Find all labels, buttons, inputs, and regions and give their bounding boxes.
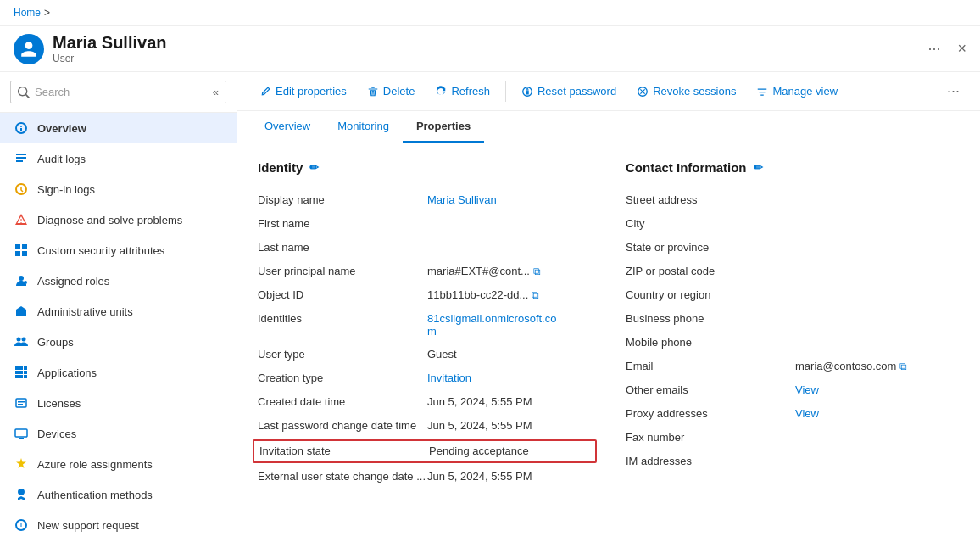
identity-section: Identity ✏ Display name Maria Sullivan F… (258, 160, 592, 542)
header-more-button[interactable]: ··· (927, 40, 940, 58)
assigned-roles-icon (14, 273, 29, 288)
identity-section-title: Identity ✏ (258, 160, 592, 175)
sidebar-item-groups[interactable]: Groups (0, 327, 237, 357)
sidebar-label-assigned-roles: Assigned roles (37, 275, 109, 288)
avatar (14, 34, 44, 64)
page-header: Maria Sullivan User ··· × (0, 26, 980, 72)
sidebar-label-signin-logs: Sign-in logs (37, 183, 95, 196)
email-copy-icon[interactable]: ⧉ (899, 361, 907, 372)
sidebar-item-devices[interactable]: Devices (0, 418, 237, 449)
sidebar-label-custom-security: Custom security attributes (37, 244, 164, 257)
main-layout: « Overview Audit logs (0, 72, 980, 559)
support-icon (14, 517, 29, 533)
sidebar-item-azure-roles[interactable]: Azure role assignments (0, 449, 237, 479)
svg-rect-14 (24, 366, 27, 370)
prop-street: Street address (626, 188, 960, 212)
sidebar-label-applications: Applications (37, 366, 97, 379)
svg-rect-13 (19, 366, 23, 370)
audit-logs-icon (14, 151, 29, 166)
toolbar: Edit properties Delete Refresh Reset pas… (237, 72, 980, 111)
sidebar-item-custom-security[interactable]: Custom security attributes (0, 235, 237, 266)
identity-edit-icon[interactable]: ✏ (309, 161, 319, 174)
tab-monitoring[interactable]: Monitoring (324, 111, 403, 143)
search-box[interactable]: « (10, 81, 226, 103)
tabs: Overview Monitoring Properties (237, 111, 980, 143)
svg-rect-19 (19, 375, 23, 378)
edit-icon (259, 86, 271, 98)
collapse-button[interactable]: « (213, 86, 219, 98)
svg-point-9 (24, 281, 27, 284)
refresh-icon (435, 86, 447, 98)
prop-external-state-change: External user state change date ... Jun … (258, 465, 592, 489)
overview-icon (14, 120, 29, 136)
upn-copy-icon[interactable]: ⧉ (533, 266, 541, 277)
toolbar-more-button[interactable]: ··· (940, 79, 966, 103)
svg-rect-16 (19, 371, 23, 374)
sidebar-item-assigned-roles[interactable]: Assigned roles (0, 266, 237, 296)
sidebar-item-admin-units[interactable]: Administrative units (0, 296, 237, 327)
close-button[interactable]: × (957, 40, 966, 58)
search-icon (18, 87, 30, 98)
user-role: User (53, 53, 921, 64)
prop-email: Email maria@contoso.com ⧉ (626, 355, 960, 378)
prop-last-password: Last password change date time Jun 5, 20… (258, 414, 592, 438)
edit-properties-button[interactable]: Edit properties (251, 80, 355, 103)
svg-rect-2 (16, 160, 23, 162)
svg-rect-22 (18, 401, 25, 403)
svg-rect-5 (22, 244, 27, 249)
svg-rect-21 (16, 399, 26, 407)
prop-invitation-state: Invitation state Pending acceptance (253, 439, 597, 463)
object-id-copy-icon[interactable]: ⧉ (532, 289, 539, 301)
svg-point-11 (22, 338, 26, 342)
svg-rect-20 (24, 375, 27, 378)
sidebar-label-audit-logs: Audit logs (37, 153, 86, 165)
prop-last-name: Last name (258, 236, 592, 260)
svg-rect-17 (24, 371, 27, 374)
refresh-button[interactable]: Refresh (426, 80, 498, 103)
svg-rect-25 (19, 438, 24, 439)
sidebar-item-support[interactable]: New support request (0, 510, 237, 540)
prop-state: State or province (626, 236, 960, 260)
tab-properties[interactable]: Properties (403, 111, 484, 143)
prop-created-date: Created date time Jun 5, 2024, 5:55 PM (258, 390, 592, 414)
sidebar-label-devices: Devices (37, 428, 76, 440)
prop-first-name: First name (258, 212, 592, 236)
prop-business-phone: Business phone (626, 307, 960, 331)
manage-view-button[interactable]: Manage view (748, 80, 846, 103)
tab-overview[interactable]: Overview (251, 111, 324, 143)
auth-methods-icon (14, 487, 29, 502)
sidebar-item-licenses[interactable]: Licenses (0, 388, 237, 418)
sidebar-label-auth-methods: Authentication methods (37, 489, 153, 501)
sidebar-item-audit-logs[interactable]: Audit logs (0, 143, 237, 174)
breadcrumb-separator: > (44, 7, 50, 19)
revoke-sessions-button[interactable]: Revoke sessions (628, 80, 744, 103)
delete-button[interactable]: Delete (359, 80, 424, 103)
sidebar-label-overview: Overview (37, 122, 86, 135)
contact-section: Contact Information ✏ Street address Cit… (626, 160, 960, 542)
content-area: Edit properties Delete Refresh Reset pas… (237, 72, 980, 559)
breadcrumb-home[interactable]: Home (14, 7, 41, 19)
svg-rect-15 (15, 371, 19, 374)
azure-roles-icon (14, 456, 29, 472)
svg-point-10 (17, 338, 21, 342)
prop-upn: User principal name maria#EXT#@cont... ⧉ (258, 260, 592, 283)
reset-password-button[interactable]: Reset password (513, 80, 625, 103)
sidebar-item-signin-logs[interactable]: Sign-in logs (0, 174, 237, 204)
prop-user-type: User type Guest (258, 343, 592, 366)
sidebar-item-diagnose[interactable]: Diagnose and solve problems (0, 204, 237, 235)
sidebar-item-auth-methods[interactable]: Authentication methods (0, 479, 237, 510)
svg-rect-23 (18, 404, 23, 405)
sidebar-search-container: « (0, 72, 237, 113)
svg-rect-0 (16, 154, 26, 155)
sidebar-label-groups: Groups (37, 336, 74, 349)
prop-city: City (626, 212, 960, 236)
svg-rect-7 (22, 251, 27, 256)
contact-edit-icon[interactable]: ✏ (754, 161, 763, 174)
sidebar-item-overview[interactable]: Overview (0, 113, 237, 143)
prop-other-emails: Other emails View (626, 378, 960, 402)
svg-rect-4 (15, 244, 20, 249)
sidebar-item-applications[interactable]: Applications (0, 357, 237, 388)
contact-section-title: Contact Information ✏ (626, 160, 960, 175)
prop-fax: Fax number (626, 426, 960, 450)
search-input[interactable] (35, 86, 208, 98)
